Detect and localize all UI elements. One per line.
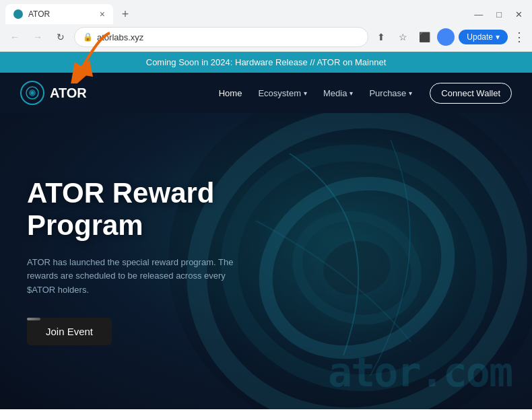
update-label: Update	[467, 32, 493, 42]
nav-home-label: Home	[219, 88, 242, 98]
nav-media-label: Media	[323, 88, 347, 98]
bookmark-icon[interactable]: ☆	[394, 28, 411, 46]
hero-section: ATOR Reward Program ATOR has launched th…	[0, 113, 532, 409]
new-tab-button[interactable]: +	[116, 5, 135, 24]
forward-button[interactable]: →	[28, 28, 47, 46]
minimize-button[interactable]: —	[470, 8, 487, 21]
window-controls: — □ ✕	[470, 8, 527, 21]
join-event-button[interactable]: Join Event	[27, 318, 112, 345]
browser-actions: ⬆ ☆ ⬛ Update ▾ ⋮	[372, 28, 527, 46]
connect-wallet-button[interactable]: Connect Wallet	[430, 83, 512, 104]
lock-icon: 🔒	[83, 32, 93, 42]
announcement-banner: Coming Soon in 2024: Hardware Release //…	[0, 52, 532, 73]
media-chevron-icon: ▾	[350, 90, 353, 97]
nav-purchase[interactable]: Purchase ▾	[362, 84, 419, 102]
hero-content: ATOR Reward Program ATOR has launched th…	[0, 177, 283, 345]
browser-chrome: ATOR × + — □ ✕ ← → ↻ 🔒 atorlabs.xyz ⬆ ☆ …	[0, 0, 532, 52]
profile-icon[interactable]	[437, 28, 455, 46]
nav-ecosystem[interactable]: Ecosystem ▾	[251, 84, 314, 102]
tab-bar: ATOR × + — □ ✕	[0, 0, 532, 24]
ecosystem-chevron-icon: ▾	[304, 90, 307, 97]
refresh-button[interactable]: ↻	[51, 28, 70, 46]
maximize-button[interactable]: □	[492, 8, 506, 21]
hero-description: ATOR has launched the special reward pro…	[27, 256, 256, 298]
main-nav: ATOR Home Ecosystem ▾ Media ▾ Purchase ▾…	[0, 73, 532, 113]
nav-home[interactable]: Home	[212, 84, 249, 102]
website: Coming Soon in 2024: Hardware Release //…	[0, 52, 532, 409]
active-tab[interactable]: ATOR ×	[5, 4, 113, 24]
purchase-chevron-icon: ▾	[409, 90, 412, 97]
logo[interactable]: ATOR	[20, 81, 87, 105]
close-window-button[interactable]: ✕	[511, 8, 527, 21]
svg-point-4	[31, 92, 34, 94]
tab-title: ATOR	[28, 9, 50, 19]
update-chevron-icon: ▾	[496, 32, 500, 42]
share-icon[interactable]: ⬆	[372, 28, 390, 46]
update-button[interactable]: Update ▾	[459, 30, 508, 44]
hero-title-line2: Program	[27, 209, 143, 241]
hero-title: ATOR Reward Program	[27, 177, 256, 242]
browser-menu-button[interactable]: ⋮	[512, 30, 527, 44]
nav-purchase-label: Purchase	[369, 88, 406, 98]
extension-icon[interactable]: ⬛	[415, 28, 433, 46]
back-button[interactable]: ←	[5, 28, 24, 46]
address-bar-row: ← → ↻ 🔒 atorlabs.xyz ⬆ ☆ ⬛ Update ▾ ⋮	[0, 24, 532, 51]
tab-favicon	[13, 9, 23, 19]
nav-ecosystem-label: Ecosystem	[258, 88, 301, 98]
logo-icon	[20, 81, 44, 105]
address-bar[interactable]: 🔒 atorlabs.xyz	[74, 27, 368, 47]
watermark: ator.com	[328, 349, 512, 396]
tab-close-button[interactable]: ×	[100, 9, 105, 19]
logo-text: ATOR	[50, 85, 87, 101]
address-text: atorlabs.xyz	[97, 32, 143, 42]
banner-text: Coming Soon in 2024: Hardware Release //…	[146, 57, 387, 67]
nav-links: Home Ecosystem ▾ Media ▾ Purchase ▾	[212, 84, 420, 102]
nav-media[interactable]: Media ▾	[317, 84, 360, 102]
hero-title-line1: ATOR Reward	[27, 177, 215, 209]
